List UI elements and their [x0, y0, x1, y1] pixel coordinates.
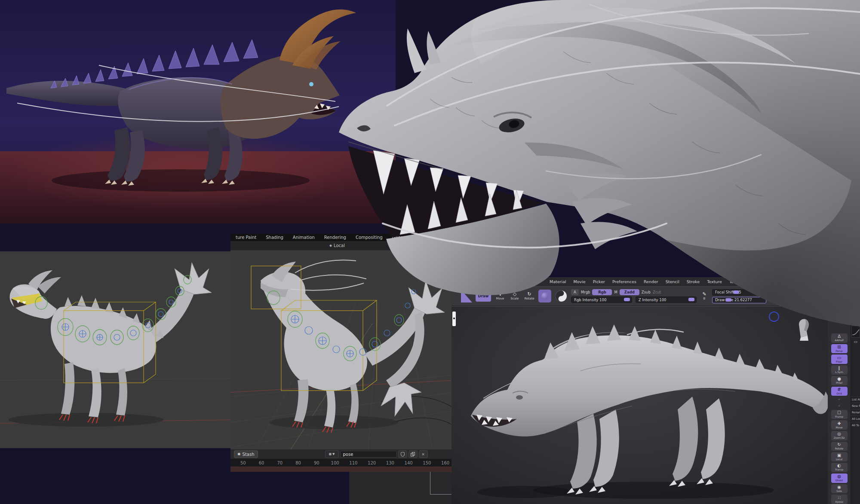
render-dragon-illustration [0, 0, 396, 223]
frame-icon: ☐ [837, 411, 841, 415]
shelf-ptsel-button[interactable]: ● PtSel [831, 376, 848, 385]
zbrush-top-shelf: Draw ✚ Move ◇ Scale ↻ Rotate [452, 286, 860, 306]
tray-item-new-f[interactable]: New F [851, 403, 860, 409]
brush-preview-icon [541, 293, 548, 299]
zsub-label[interactable]: Zsub [642, 290, 651, 294]
dragon-sculpt-full-body [452, 306, 828, 504]
floor-icon: ▭ [837, 356, 841, 360]
folder-icon[interactable]: ▭ [851, 339, 860, 344]
scale-mode-button[interactable]: ◇ Scale [509, 292, 520, 300]
shelf-frame-button[interactable]: ☐ Frame [831, 410, 848, 419]
shelf-aahalf-button[interactable]: ∆ AAHalf [831, 333, 848, 343]
action-editor-cluster: ▦ ▼ × [325, 450, 428, 458]
points-counters: ActivePoints: 49.208 Mil TotalPoints: 67… [802, 291, 846, 301]
shelf-move-button[interactable]: ✚ Move [831, 420, 848, 430]
grid-icon: # [837, 388, 841, 392]
rotate-canvas-icon: ↻ [837, 443, 841, 447]
draw-mode-button[interactable]: Draw [476, 290, 491, 302]
tray-item-list-all[interactable]: List All [851, 396, 860, 403]
curve-thumbnail[interactable] [851, 313, 860, 325]
persp-icon: ⊞ [837, 345, 841, 349]
shelf-persp-button[interactable]: ⊞ Persp [831, 344, 848, 354]
shelf-minor-button-1[interactable]: ◦ [835, 397, 844, 402]
tab-animation[interactable]: Animation [293, 235, 315, 240]
draw-size-slider[interactable]: Draw Size 21.62277 [712, 297, 766, 303]
menu-transform[interactable]: Transform [744, 279, 765, 284]
dragon-project-collage: ture Paint Shading Animation Rendering C… [0, 0, 860, 504]
tab-rendering[interactable]: Rendering [324, 235, 346, 240]
material-sphere-button[interactable] [555, 290, 568, 302]
blender-workspace-tabs: ture Paint Shading Animation Rendering C… [230, 234, 455, 241]
action-name-input[interactable] [340, 451, 397, 458]
shelf-minor-button-2[interactable]: ◦ [835, 403, 844, 409]
zoom-icon: ◎ [837, 432, 841, 436]
menu-material[interactable]: Material [550, 279, 566, 284]
blender-center-panel: ture Paint Shading Animation Rendering C… [230, 234, 455, 472]
move-mode-button[interactable]: ✚ Move [494, 292, 506, 300]
dynamic-toggle[interactable]: Dynamic [769, 298, 784, 302]
fake-user-shield-button[interactable] [398, 450, 407, 458]
menu-help[interactable]: Help [817, 279, 826, 284]
zbrush-menubar: Material Movie Picker Preferences Render… [452, 277, 860, 286]
menu-stencil[interactable]: Stencil [666, 279, 679, 284]
rgb-intensity-slider[interactable]: Rgb Intensity 100 [571, 296, 632, 303]
tab-geometry-nodes[interactable]: Geometry Nod [392, 235, 424, 240]
tab-shading[interactable]: Shading [266, 235, 283, 240]
menu-picker[interactable]: Picker [593, 279, 605, 284]
tray-item-rename[interactable]: Renam [851, 409, 860, 415]
stash-button[interactable]: ✱ Stash [234, 450, 258, 458]
menu-preferences[interactable]: Preferences [612, 279, 636, 284]
blender-center-viewport[interactable] [230, 250, 455, 449]
tab-compositing[interactable]: Compositing [356, 235, 383, 240]
tray-tab-v1[interactable]: V1 [851, 307, 857, 311]
menu-zscript[interactable]: Zscript [795, 279, 809, 284]
zbrush-canvas[interactable] [452, 306, 828, 504]
copy-icon [411, 452, 415, 457]
browse-action-dropdown[interactable]: ▦ ▼ [325, 450, 339, 458]
menu-texture[interactable]: Texture [707, 279, 722, 284]
rotate-mode-button[interactable]: ↻ Rotate [524, 292, 535, 300]
pen-icon: ✎ [702, 292, 706, 297]
shelf-lsym-button[interactable]: ∥ L.Sym [831, 365, 848, 375]
menu-render[interactable]: Render [644, 279, 658, 284]
rgb-button[interactable]: Rgb [592, 289, 612, 295]
shelf-solo-button[interactable]: ◉ Solo [831, 484, 848, 494]
pen-d-widget[interactable]: ✎ D [790, 292, 799, 300]
m-label[interactable]: M [614, 290, 617, 294]
menu-stroke[interactable]: Stroke [687, 279, 700, 284]
menu-tool[interactable]: Tool [729, 279, 737, 284]
a-button[interactable]: A [571, 289, 579, 295]
shelf-ghost-button[interactable]: ◍ Ghost [831, 473, 848, 483]
shelf-local-button[interactable]: ▣ Local [831, 452, 848, 461]
z-intensity-slider[interactable]: Z Intensity 100 [636, 296, 697, 303]
new-action-copy-button[interactable] [408, 450, 418, 458]
curve-thumbnail[interactable] [851, 326, 860, 338]
shelf-floor-button[interactable]: ▭ Floor [831, 354, 848, 364]
menu-movie[interactable]: Movie [574, 279, 586, 284]
chevron-down-icon: ▼ [332, 452, 335, 456]
shield-icon [401, 452, 405, 457]
zbrush-window: Material Movie Picker Preferences Render… [452, 277, 860, 504]
unlink-action-button[interactable]: × [419, 450, 428, 458]
tab-texture-paint[interactable]: ture Paint [236, 235, 256, 240]
focal-shift-slider[interactable]: Focal Shift -55 [712, 289, 787, 296]
pen-b-widget[interactable]: ✎ B [700, 292, 709, 300]
tray-tab-v2[interactable]: V2 [858, 307, 860, 311]
menu-zplugin[interactable]: Zplugin [772, 279, 788, 284]
browse-icon: ▦ [329, 452, 332, 456]
canvas-scroll-nub[interactable] [452, 312, 456, 326]
blender-left-viewport[interactable] [0, 251, 230, 448]
brush-preview-button[interactable] [538, 290, 551, 302]
shelf-xpose-button[interactable]: ∷ Xpose [831, 495, 848, 504]
zadd-button[interactable]: Zadd [620, 289, 639, 295]
timeline-out-of-range-band [230, 467, 455, 472]
timeline-ruler[interactable]: 50 60 70 80 90 100 110 120 130 140 150 1… [230, 459, 455, 467]
shelf-zoom3d-button[interactable]: ◎ Zoom3D [831, 431, 848, 440]
shelf-transp-button[interactable]: ◐ Transp [831, 463, 848, 472]
solo-icon: ◉ [837, 485, 841, 489]
shelf-rotate-button[interactable]: ↻ Rotate [831, 442, 848, 451]
shelf-grid-button[interactable]: # Grid [831, 387, 848, 396]
tray-item-all-to[interactable]: All To [851, 422, 860, 428]
mrgb-label[interactable]: Mrgb [581, 290, 590, 294]
tray-item-all-low[interactable]: All Low [851, 415, 860, 422]
